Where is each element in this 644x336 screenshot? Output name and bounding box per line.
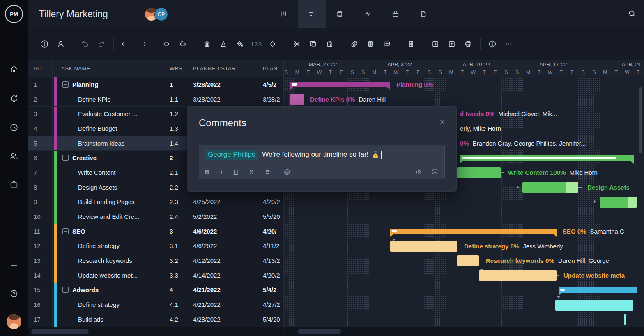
sidebar-item-add[interactable]	[0, 258, 28, 273]
columns-icon[interactable]	[403, 36, 419, 52]
toolbar-divider	[342, 38, 342, 50]
task-row[interactable]: 17Build ads4.24/28/20225/4/20	[28, 312, 284, 327]
more-icon[interactable]	[501, 36, 517, 52]
gantt-vscroll-thumb[interactable]	[639, 87, 642, 153]
gantt-bar-row-11[interactable]	[390, 229, 557, 234]
italic-format-button[interactable]: i	[221, 168, 222, 176]
gantt-bar-row-1[interactable]	[290, 82, 390, 87]
collapse-icon[interactable]	[62, 287, 69, 293]
delete-icon[interactable]	[199, 36, 215, 52]
col-header-all[interactable]: ALL	[28, 60, 53, 77]
avatar-initials[interactable]: GP	[154, 7, 168, 21]
collapse-icon[interactable]	[62, 81, 69, 88]
col-header-planned-end[interactable]: PLAN	[258, 60, 284, 77]
gantt-bar-row-9[interactable]	[600, 197, 637, 208]
notes-icon[interactable]	[362, 36, 379, 52]
gantt-bar-row-15[interactable]	[559, 287, 637, 293]
collapse-icon[interactable]	[62, 155, 69, 161]
mention-format-button[interactable]: @	[284, 168, 290, 176]
add-task-icon[interactable]	[36, 36, 53, 52]
bold-format-button[interactable]: B	[205, 168, 209, 176]
col-header-task-name[interactable]: TASK NAME	[53, 60, 166, 77]
task-row[interactable]: 12Define strategy3.14/6/20224/11/2	[28, 239, 284, 254]
col-header-planned-start[interactable]: PLANNED START...	[188, 60, 258, 77]
gantt-bar-row-6[interactable]	[460, 155, 634, 161]
tab-board-view[interactable]	[270, 0, 298, 28]
undo-icon[interactable]	[77, 36, 93, 52]
gantt-bar-label: Planning 0%	[396, 81, 437, 88]
comment-text: We're following our timeline so far!	[262, 151, 368, 159]
tab-sheet-view[interactable]	[326, 0, 354, 28]
gantt-bar-row-17[interactable]	[624, 314, 626, 325]
tab-activity-view[interactable]	[354, 0, 382, 28]
mention-chip[interactable]: George Phillips	[205, 150, 258, 160]
import-icon[interactable]	[427, 36, 444, 52]
assign-user-icon[interactable]	[53, 36, 69, 52]
text-color-icon[interactable]	[215, 36, 232, 52]
task-row[interactable]: 16Define strategy4.14/21/20224/27/2	[28, 297, 284, 312]
sidebar-item-team[interactable]	[0, 149, 28, 164]
task-name: Define strategy	[53, 242, 120, 249]
comment-message[interactable]: George Phillips We're following our time…	[199, 145, 444, 164]
panel-splitter[interactable]	[283, 60, 284, 327]
sidebar-item-profile[interactable]	[0, 314, 28, 329]
gantt-bar-row-7[interactable]	[457, 167, 501, 178]
task-row[interactable]: 1Planning13/28/20224/5/2	[28, 77, 284, 92]
redo-icon[interactable]	[93, 36, 110, 52]
close-icon[interactable]	[438, 118, 446, 126]
print-icon[interactable]	[460, 36, 476, 52]
export-icon[interactable]	[444, 36, 460, 52]
cut-icon[interactable]	[289, 36, 305, 52]
task-row[interactable]: 9Build Landing Pages2.34/25/20224/29/2	[28, 195, 284, 210]
attachment-icon[interactable]	[346, 36, 362, 52]
tab-calendar-view[interactable]	[382, 0, 409, 28]
sidebar-item-recent[interactable]	[0, 120, 28, 135]
link-tasks-icon[interactable]	[158, 36, 175, 52]
sidebar-item-home[interactable]	[0, 62, 28, 76]
tab-list-view[interactable]	[242, 0, 270, 28]
gantt-bar-row-16[interactable]	[555, 300, 633, 311]
indent-icon[interactable]	[134, 36, 150, 52]
task-row[interactable]: 2Define KPIs1.13/28/20223/28/2	[28, 92, 284, 107]
timeline-day-label: M	[369, 70, 380, 75]
task-row[interactable]: 15Adwords44/21/20225/4/2	[28, 283, 284, 298]
tab-gantt-view[interactable]	[298, 0, 326, 28]
fill-color-icon[interactable]	[232, 36, 248, 52]
task-row[interactable]: 10Review and Edit Cre...2.45/2/20225/5/2…	[28, 209, 284, 224]
copy-icon[interactable]	[305, 36, 322, 52]
paste-icon[interactable]	[322, 36, 338, 52]
timeline-day-label: W	[314, 70, 324, 75]
emoji-smiley-icon[interactable]	[431, 168, 439, 176]
outdent-icon[interactable]	[117, 36, 134, 52]
comment-icon[interactable]	[379, 36, 395, 52]
col-header-wbs[interactable]: WBS	[166, 60, 188, 77]
task-row[interactable]: 13Research keywords3.24/12/20224/13/2	[28, 253, 284, 268]
sidebar-item-portfolio[interactable]	[0, 177, 28, 192]
table-hscroll-thumb[interactable]	[31, 329, 89, 334]
gantt-bar-row-2[interactable]	[290, 94, 304, 105]
unlink-tasks-icon[interactable]	[175, 36, 191, 52]
gantt-bar-row-8[interactable]	[522, 182, 578, 193]
comment-input[interactable]: George Phillips We're following our time…	[199, 145, 445, 179]
collapse-icon[interactable]	[62, 228, 69, 234]
attachment-icon[interactable]	[415, 168, 423, 176]
info-icon[interactable]	[484, 36, 501, 52]
task-row[interactable]: 11SEO34/6/20224/20/	[28, 224, 284, 239]
strikethrough-format-button[interactable]: S	[249, 168, 253, 176]
gantt-hscroll-thumb[interactable]	[298, 329, 341, 334]
gantt-bar-label: Write Content 100%Mike Horn	[508, 169, 601, 176]
gantt-bar-row-12[interactable]	[390, 241, 457, 252]
sidebar-item-help[interactable]	[0, 286, 28, 301]
sidebar-item-notifications[interactable]	[0, 91, 28, 106]
profile-avatar[interactable]	[7, 314, 21, 329]
task-row[interactable]: 14Update website met...3.34/14/20224/20/…	[28, 268, 284, 283]
search-icon[interactable]	[628, 9, 637, 18]
list-format-button[interactable]	[264, 168, 273, 176]
gantt-bar-row-14[interactable]	[479, 270, 557, 281]
gantt-bar-row-13[interactable]	[457, 255, 479, 266]
underline-format-button[interactable]: U	[234, 168, 238, 176]
milestone-icon[interactable]	[264, 36, 281, 52]
numbers-icon[interactable]: 123	[248, 36, 264, 52]
app-logo[interactable]: PM	[0, 0, 28, 28]
tab-doc-view[interactable]	[409, 0, 437, 28]
